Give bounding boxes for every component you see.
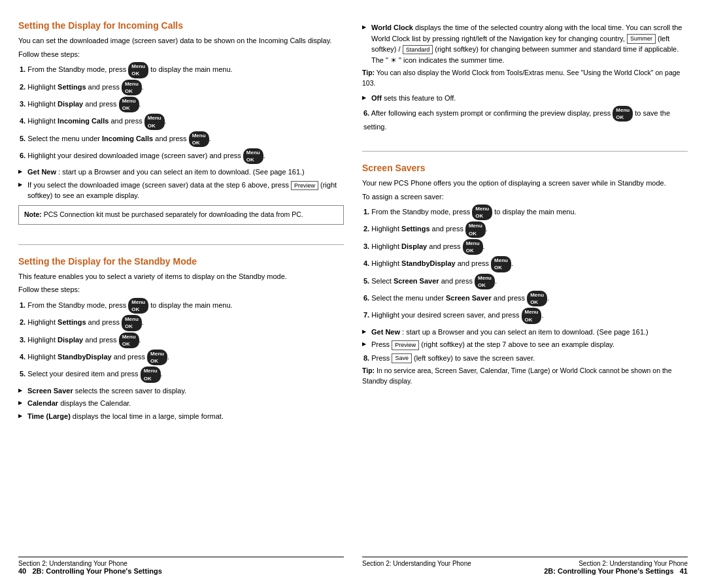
step-3: 3. Highlight Display and press MenuOK. <box>18 97 344 112</box>
ss-step-6: 6. Select the menu under Screen Saver an… <box>362 291 688 306</box>
ss-step-8: 8. Press Save (left softkey) to save the… <box>362 353 688 364</box>
step-2: 2. Highlight Settings and press MenuOK. <box>18 80 344 95</box>
menu-btn-6: MenuOK <box>243 148 263 164</box>
section-incoming-calls-intro: You can set the downloaded image (screen… <box>18 35 344 46</box>
step-6: 6. Highlight your desired downloaded ima… <box>18 148 344 164</box>
right-footer-left: Section 2: Understanding Your Phone <box>362 560 471 575</box>
worldclock-section: World Clock displays the time of the sel… <box>362 20 688 135</box>
standby-bullets: Screen Saver selects the screen saver to… <box>18 385 344 422</box>
bullet-screensaver: Screen Saver selects the screen saver to… <box>18 385 344 397</box>
ss-step8-list: 8. Press Save (left softkey) to save the… <box>362 353 688 364</box>
ss-bullet-getnew: Get New : start up a Browser and you can… <box>362 327 688 338</box>
ss-step-5: 5. Select Screen Saver and press MenuOK. <box>362 274 688 289</box>
standby-steps: 1. From the Standby mode, press MenuOK t… <box>18 298 344 383</box>
menu-btn-2: MenuOK <box>122 80 142 95</box>
worldclock-tip: Tip: You can also display the World Cloc… <box>362 68 688 89</box>
menu-btn-4: MenuOK <box>144 114 165 129</box>
bullet-getnew: Get New : start up a Browser and you can… <box>18 167 344 178</box>
menu-btn-5: MenuOK <box>189 131 209 147</box>
section-standby-title: Setting the Display for the Standby Mode <box>18 255 344 267</box>
screensavers-intro: Your new PCS Phone offers you the option… <box>362 178 688 189</box>
screensavers-tip: Tip: In no service area, Screen Saver, C… <box>362 366 688 387</box>
off-bullet: Off sets this feature to Off. <box>362 93 688 104</box>
menu-btn-ss7: MenuOK <box>522 308 542 323</box>
note-box: Note: PCS Connection kit must be purchas… <box>18 205 344 225</box>
left-column: Setting the Display for Incoming Calls Y… <box>18 20 344 575</box>
follow-steps-1: Follow these steps: <box>18 49 344 60</box>
incoming-calls-steps: 1. From the Standby mode, press MenuOK t… <box>18 62 344 164</box>
right-column: World Clock displays the time of the sel… <box>362 20 688 575</box>
section-incoming-calls: Setting the Display for Incoming Calls Y… <box>18 20 344 229</box>
left-footer-page: 40 2B: Controlling Your Phone's Settings <box>18 567 162 575</box>
menu-btn-ss2: MenuOK <box>465 221 486 237</box>
bullet-calendar: Calendar displays the Calendar. <box>18 398 344 409</box>
standby-step-3: 3. Highlight Display and press MenuOK. <box>18 333 344 348</box>
standard-key: Standard <box>403 45 433 55</box>
ss-step-7: 7. Highlight your desired screen saver, … <box>362 308 688 323</box>
menu-btn-6r: MenuOK <box>613 106 633 122</box>
step-1: 1. From the Standby mode, press MenuOK t… <box>18 62 344 78</box>
incoming-calls-bullets: Get New : start up a Browser and you can… <box>18 167 344 201</box>
screensavers-title: Screen Savers <box>362 162 688 174</box>
summer-key: Summer <box>627 34 656 44</box>
follow-steps-2: Follow these steps: <box>18 284 344 295</box>
menu-btn-ss4: MenuOK <box>491 256 511 272</box>
menu-btn-ss5: MenuOK <box>475 274 495 289</box>
right-footer: Section 2: Understanding Your Phone Sect… <box>362 557 688 575</box>
menu-btn-ss1: MenuOK <box>472 204 492 220</box>
right-footer-section: Section 2: Understanding Your Phone <box>362 560 471 567</box>
preview-key: Preview <box>291 181 318 191</box>
ss-step-3: 3. Highlight Display and press MenuOK. <box>362 239 688 255</box>
menu-btn-s2: MenuOK <box>122 315 142 331</box>
standby-step-1: 1. From the Standby mode, press MenuOK t… <box>18 298 344 314</box>
divider-2 <box>362 151 688 152</box>
save-key: Save <box>392 353 412 363</box>
bullet-timelarge: Time (Large) displays the local time in … <box>18 411 344 422</box>
left-footer-left: Section 2: Understanding Your Phone 40 2… <box>18 560 162 575</box>
standby-step-2: 2. Highlight Settings and press MenuOK. <box>18 315 344 331</box>
standby-intro: This feature enables you to select a var… <box>18 271 344 282</box>
screensavers-assign: To assign a screen saver: <box>362 191 688 203</box>
right-footer-page: 2B: Controlling Your Phone's Settings 41 <box>544 567 688 575</box>
standby-step-4: 4. Highlight StandbyDisplay and press Me… <box>18 350 344 365</box>
bullet-preview: If you select the downloaded image (scre… <box>18 180 344 201</box>
menu-btn-s5: MenuOK <box>141 367 161 382</box>
menu-btn-3: MenuOK <box>119 97 139 112</box>
bullet-worldclock: World Clock displays the time of the sel… <box>362 22 688 65</box>
standby-step-5: 5. Select your desired item and press Me… <box>18 367 344 382</box>
preview-key-ss: Preview <box>392 340 419 350</box>
section-screensavers: Screen Savers Your new PCS Phone offers … <box>362 162 688 391</box>
worldclock-bullets: World Clock displays the time of the sel… <box>362 22 688 65</box>
screensavers-bullets: Get New : start up a Browser and you can… <box>362 327 688 350</box>
ss-bullet-preview: Press Preview (right softkey) at the ste… <box>362 339 688 350</box>
screensavers-steps: 1. From the Standby mode, press MenuOK t… <box>362 204 688 324</box>
step-4: 4. Highlight Incoming Calls and press Me… <box>18 114 344 129</box>
divider-1 <box>18 244 344 245</box>
ss-step-1: 1. From the Standby mode, press MenuOK t… <box>362 204 688 220</box>
section-incoming-calls-title: Setting the Display for Incoming Calls <box>18 20 344 31</box>
step6-item: 6. After following each system prompt or… <box>362 106 688 133</box>
ss-step-2: 2. Highlight Settings and press MenuOK. <box>362 221 688 237</box>
bullet-off: Off sets this feature to Off. <box>362 93 688 104</box>
menu-btn-s3: MenuOK <box>119 333 139 348</box>
ss-step-4: 4. Highlight StandbyDisplay and press Me… <box>362 256 688 272</box>
menu-btn-ss6: MenuOK <box>527 291 547 306</box>
section-standby-mode: Setting the Display for the Standby Mode… <box>18 255 344 425</box>
menu-btn-ss3: MenuOK <box>463 239 483 255</box>
menu-btn-s4: MenuOK <box>147 350 167 365</box>
menu-btn-s1: MenuOK <box>128 298 148 314</box>
right-footer-section2: Section 2: Understanding Your Phone <box>544 560 688 567</box>
right-footer-right: Section 2: Understanding Your Phone 2B: … <box>544 560 688 575</box>
step6-list: 6. After following each system prompt or… <box>362 106 688 133</box>
menu-btn-1: MenuOK <box>128 62 148 78</box>
left-footer: Section 2: Understanding Your Phone 40 2… <box>18 557 344 575</box>
step-5: 5. Select the menu under Incoming Calls … <box>18 131 344 147</box>
left-footer-section: Section 2: Understanding Your Phone <box>18 560 162 567</box>
